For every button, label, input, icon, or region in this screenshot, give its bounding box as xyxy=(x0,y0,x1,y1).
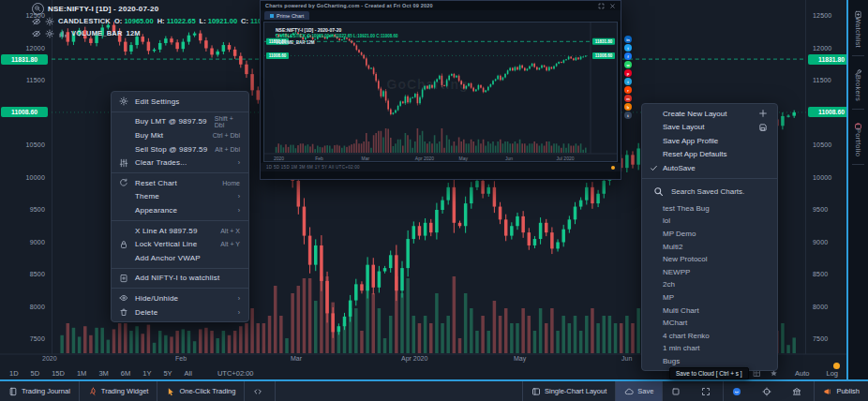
snapshot-chart: NSE:NIFTY-I [1D] - 2020-07-20 CANDLESTIC… xyxy=(263,22,618,162)
sidebar-tab[interactable]: Portfolio xyxy=(848,111,868,162)
saved-chart-item[interactable]: MP xyxy=(642,291,777,304)
menu-item-label: Edit Settings xyxy=(135,97,180,106)
whatsapp[interactable]: w xyxy=(624,61,632,68)
saved-chart-item[interactable]: Multi Chart xyxy=(642,304,777,317)
layout-menu-item[interactable]: Reset App Defaults xyxy=(642,148,777,162)
target-button[interactable] xyxy=(754,381,784,401)
timeframe-button[interactable]: 5D xyxy=(31,369,40,378)
fullscreen-button[interactable] xyxy=(693,381,723,401)
context-menu-item[interactable]: Buy LMT @ 9897.59 Shift + Dbl xyxy=(112,115,248,129)
ohlc-pair: O: 10965.00 xyxy=(114,17,154,25)
telegram[interactable]: t xyxy=(624,78,632,85)
trading-widget-button[interactable]: Trading Widget xyxy=(80,381,158,401)
check-icon-slot xyxy=(650,150,661,158)
context-menu-item[interactable]: Buy Mkt Ctrl + Dbl xyxy=(112,128,248,142)
timeframe-button[interactable]: 1M xyxy=(77,369,86,378)
expand-icon[interactable] xyxy=(598,3,605,9)
reddit[interactable]: r xyxy=(624,86,632,94)
price-tick-label: 10000 xyxy=(26,174,45,181)
timeframe-bar-tool[interactable]: Log xyxy=(817,369,838,378)
single-chart-layout-button[interactable]: Single-Chart Layout xyxy=(522,381,615,401)
layout-menu-item[interactable]: AutoSave xyxy=(642,161,777,175)
divider xyxy=(112,288,248,289)
divider xyxy=(112,172,248,173)
zoom-out-button[interactable] xyxy=(32,3,44,15)
menu-item-shortcut: Alt + Dbl xyxy=(207,146,240,153)
share-icon: m xyxy=(626,97,630,101)
saved-chart-item[interactable]: Bugs xyxy=(642,355,777,368)
price-tick-label: 9500 xyxy=(813,206,828,213)
saved-chart-item[interactable]: lol xyxy=(642,215,777,228)
saved-chart-item[interactable]: test Thea Bug xyxy=(642,202,777,215)
timeframe-button[interactable]: All xyxy=(185,369,192,378)
svg-text:11008.60: 11008.60 xyxy=(269,53,287,58)
blogger[interactable]: b xyxy=(624,103,632,111)
saved-chart-item[interactable]: 1 min chart xyxy=(642,342,777,355)
context-menu-item[interactable]: Add Anchor VWAP xyxy=(112,251,248,265)
toolbar-button-icon xyxy=(792,387,801,396)
snapshot-tab[interactable]: Prime Chart xyxy=(264,11,309,20)
timeframe-bar-tool[interactable]: Auto xyxy=(786,369,809,378)
snapshot-button[interactable] xyxy=(662,381,693,401)
divider xyxy=(112,220,248,221)
code-button[interactable] xyxy=(245,381,276,401)
menu-item-label: Reset App Defaults xyxy=(663,150,726,158)
saved-chart-item[interactable]: MChart xyxy=(642,317,777,330)
save-button[interactable]: Save xyxy=(615,381,662,401)
timezone-button[interactable]: UTC+02:00 xyxy=(217,369,254,378)
saved-charts-search[interactable]: Search Saved Charts. xyxy=(642,182,777,202)
timeframe-button[interactable]: 5Y xyxy=(163,369,172,378)
price-axis-left[interactable]: 1250012000115001050010000950090008500800… xyxy=(0,0,52,365)
pinterest[interactable]: p xyxy=(624,69,632,77)
context-menu-item[interactable]: Clear Trades... › xyxy=(112,156,248,170)
menu-item-label: Clear Trades... xyxy=(135,158,187,167)
context-menu-item[interactable]: Add NIFTY-I to watchlist xyxy=(112,272,248,286)
timeframe-button[interactable]: 1D xyxy=(9,369,19,378)
facebook[interactable]: f xyxy=(624,52,632,60)
sidebar-tab[interactable]: Watchlist xyxy=(848,0,868,53)
snapshot-window-header[interactable]: Charts powered by GoCharting.com - Creat… xyxy=(261,1,621,10)
hide-study-icon[interactable] xyxy=(32,29,41,38)
study-settings-icon[interactable] xyxy=(45,17,54,26)
twitter[interactable]: t xyxy=(624,44,632,52)
bank-button[interactable] xyxy=(784,381,814,401)
saved-chart-item[interactable]: 4 chart Renko xyxy=(642,329,777,342)
toolbar-button-icon xyxy=(531,387,541,396)
context-menu-item[interactable]: Appearance › xyxy=(112,203,248,217)
close-icon[interactable] xyxy=(609,3,616,9)
linkedin[interactable]: in xyxy=(624,36,632,43)
chat-button[interactable] xyxy=(723,381,754,401)
one-click-trading-button[interactable]: One-Click Trading xyxy=(157,381,245,401)
trading-journal-button[interactable]: Trading Journal xyxy=(0,381,80,401)
timeframe-button[interactable]: 6M xyxy=(121,369,130,378)
saved-chart-item[interactable]: 2ch xyxy=(642,278,777,291)
context-menu-item[interactable]: X Line At 9897.59 Alt + X xyxy=(112,224,248,238)
menu-item-label: Save App Profile xyxy=(663,137,718,145)
context-menu-item[interactable]: Theme › xyxy=(112,190,248,204)
svg-text:11008.60: 11008.60 xyxy=(595,53,613,58)
gmail[interactable]: m xyxy=(624,95,632,102)
context-menu-item[interactable]: Delete › xyxy=(112,305,248,319)
context-menu-item[interactable]: Edit Settings xyxy=(112,95,248,109)
context-menu-item[interactable]: Sell Stop @ 9897.59 Alt + Dbl xyxy=(112,142,248,156)
context-menu-item[interactable]: Hide/Unhide › xyxy=(112,291,248,305)
timeframe-button[interactable]: 1Y xyxy=(142,369,151,378)
study-settings-icon[interactable] xyxy=(45,29,54,38)
price-tick-label: 12000 xyxy=(813,45,831,52)
context-menu-item[interactable]: Reset Chart Home xyxy=(112,176,248,190)
layout-menu-item[interactable]: Save App Profile xyxy=(642,134,777,148)
publish-button[interactable]: Publish xyxy=(814,381,868,401)
layout-menu-item[interactable]: Save Layout xyxy=(642,121,777,135)
timeframe-button[interactable]: 15D xyxy=(52,369,65,378)
saved-chart-item[interactable]: New Protocol xyxy=(642,253,777,266)
layout-menu-item[interactable]: Create New Layout xyxy=(642,107,777,121)
context-menu-item[interactable]: Lock Vertical Line Alt + Y xyxy=(112,237,248,251)
timeframe-button[interactable]: 3M xyxy=(98,369,108,378)
saved-chart-item[interactable]: Multi2 xyxy=(642,240,777,253)
hide-study-icon[interactable] xyxy=(32,17,41,26)
tumblr[interactable]: t xyxy=(624,111,632,119)
price-axis-right[interactable]: 1250012000115001050010000950090008500800… xyxy=(806,0,847,365)
saved-chart-item[interactable]: NEWPP xyxy=(642,265,777,278)
saved-chart-item[interactable]: MP Demo xyxy=(642,228,777,241)
sidebar-tab[interactable]: Brokers xyxy=(848,58,868,107)
